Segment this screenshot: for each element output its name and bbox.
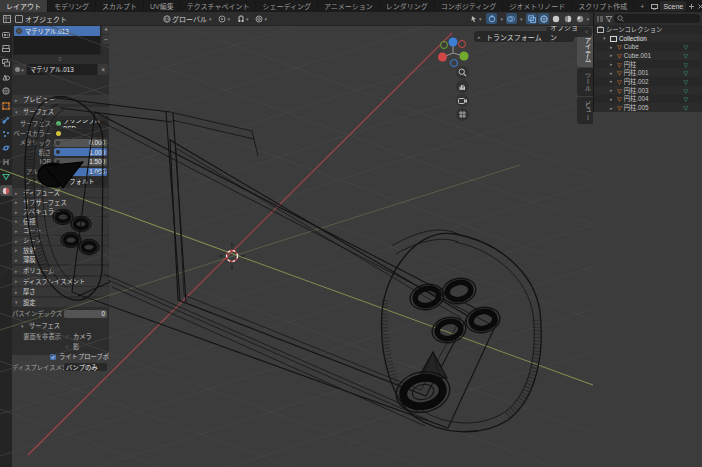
collection-icon [610,35,617,42]
options-dropdown[interactable]: オプション ˅ [546,27,592,37]
workspace-tab-sculpt[interactable]: スカルプト [96,0,144,12]
scene-collection-label: シーンコレクション [606,25,662,34]
shading-wireframe-button[interactable] [538,13,549,24]
outliner-item-cylinder[interactable]: ▸▽ 円柱 ▽ [594,60,702,69]
scene-collection-icon [597,26,604,33]
outliner-item-cylinder004[interactable]: ▸▽ 円柱.004 ▽ [594,95,702,104]
outliner-search-input[interactable] [614,14,700,23]
expand-arrow-icon[interactable]: ▸ [610,105,615,111]
chevron-down-icon: ▾ [479,16,482,22]
cursor-select-icon [470,15,477,22]
navigation-gizmo[interactable] [436,34,470,68]
mesh-object-icon: ▽ [617,52,622,59]
outliner-item-cylinder002[interactable]: ▸▽ 円柱.002 ▽ [594,77,702,86]
object-label: 円柱.003 [624,86,649,95]
outliner-scene-collection[interactable]: シーンコレクション [594,25,702,34]
mesh-data-icon: ▽ [683,78,688,85]
snap-toggle[interactable]: ▾ [235,13,251,25]
expand-arrow-icon[interactable]: ▸ [610,70,615,76]
delete-scene-icon[interactable] [697,3,702,10]
gizmo-y-neg[interactable] [441,42,448,49]
workspace-tab-scripting[interactable]: スクリプト作成 [572,0,634,12]
blender-window: レイアウト モデリング スカルプト UV編集 テクスチャペイント シェーディング… [0,0,702,467]
workspace-tab-uv[interactable]: UV編集 [144,0,181,12]
gizmo-x-neg[interactable] [459,41,466,48]
expand-arrow-icon[interactable]: ▸ [610,96,615,102]
scene-selector[interactable]: Scene [660,1,686,11]
chevron-down-icon: ▾ [209,16,212,22]
new-scene-icon[interactable] [688,3,695,10]
expand-arrow-icon: ▸ [478,34,483,40]
expand-arrow-icon[interactable]: ▸ [610,44,615,50]
sidebar-tab-view[interactable]: ビュー [577,97,593,125]
grid-icon [458,110,467,119]
outliner-display-mode-icon[interactable] [596,15,603,22]
proportional-edit[interactable]: ▾ [253,13,269,25]
mode-selector[interactable]: オブジェクト [13,13,69,25]
gizmo-y-axis[interactable] [460,52,469,61]
mesh-data-icon: ▽ [683,52,688,59]
workspace-tab-layout[interactable]: レイアウト [0,0,48,12]
editor-type-icon[interactable] [3,15,10,22]
object-label: 円柱.001 [624,68,649,77]
mesh-object-icon: ▽ [617,95,622,102]
xray-toggle[interactable] [526,13,537,24]
outliner-collection[interactable]: ▾ Collection [594,34,702,43]
outliner-item-cylinder003[interactable]: ▸▽ 円柱.003 ▽ [594,86,702,95]
workspace-tab-compositing[interactable]: コンポジティング [435,0,504,12]
object-mode-icon [15,15,23,23]
collapse-arrow-icon[interactable]: ▾ [603,35,608,41]
pivot-icon [218,15,225,22]
perspective-toggle-button[interactable] [456,108,469,121]
outliner-item-cylinder005[interactable]: ▸▽ 円柱.005 ▽ [594,103,702,112]
floor-grid [0,26,593,467]
workspace-tab-texture-paint[interactable]: テクスチャペイント [181,0,257,12]
filter-icon[interactable] [605,15,612,22]
workspace-tab-animation[interactable]: アニメーション [318,0,380,12]
shading-material-button[interactable] [562,13,573,24]
object-label: Cube.001 [624,52,651,59]
transform-panel-label: トランスフォーム [486,32,542,42]
scene-name: Scene [663,3,683,10]
chevron-down-icon: ▾ [586,16,589,22]
object-label: 円柱 [624,60,637,69]
object-label: 円柱.004 [624,94,649,103]
outliner-header [594,12,702,25]
overlays-toggle[interactable] [506,13,517,24]
zoom-button[interactable] [456,66,469,79]
shading-solid-button[interactable] [550,13,561,24]
outliner-item-cube[interactable]: ▸▽ Cube ▽ [594,42,702,51]
viewport-canvas[interactable] [0,26,593,467]
right-buttons [408,275,502,346]
topbar: レイアウト モデリング スカルプト UV編集 テクスチャペイント シェーディング… [0,0,702,12]
expand-arrow-icon[interactable]: ▸ [610,61,615,67]
expand-arrow-icon[interactable]: ▸ [610,87,615,93]
workspace-tab-add[interactable]: + [634,0,651,12]
gizmo-toggle[interactable] [486,13,497,24]
move-view-button[interactable] [456,80,469,93]
gizmo-z-neg[interactable] [451,60,458,67]
outliner-item-cube001[interactable]: ▸▽ Cube.001 ▽ [594,51,702,60]
mesh-data-icon: ▽ [683,61,688,68]
search-icon [617,15,624,22]
sidebar-tab-tool[interactable]: ツール [577,68,593,96]
expand-arrow-icon[interactable]: ▸ [610,78,615,84]
mesh-object-icon: ▽ [617,78,622,85]
mesh-object-icon: ▽ [617,61,622,68]
workspace-tab-geometry-nodes[interactable]: ジオメトリノード [503,0,572,12]
workspace-tab-shading[interactable]: シェーディング [256,0,318,12]
gizmo-x-axis[interactable] [438,53,447,62]
shading-rendered-button[interactable] [574,13,585,24]
workspace-tab-rendering[interactable]: レンダリング [380,0,435,12]
object-visibility-dropdown[interactable]: ▾ [468,13,484,25]
gizmo-z-axis[interactable] [449,38,458,47]
outliner-item-cylinder001[interactable]: ▸▽ 円柱.001 ▽ [594,68,702,77]
camera-view-button[interactable] [456,94,469,107]
topbar-right: Scene Vie [651,0,702,12]
pivot-point[interactable]: ▾ [216,13,232,25]
mesh-object-icon: ▽ [617,43,622,50]
workspace-tab-modeling[interactable]: モデリング [48,0,96,12]
expand-arrow-icon[interactable]: ▸ [610,52,615,58]
transform-orientation[interactable]: グローバル ▾ [161,13,213,25]
mode-label: オブジェクト [25,14,67,24]
